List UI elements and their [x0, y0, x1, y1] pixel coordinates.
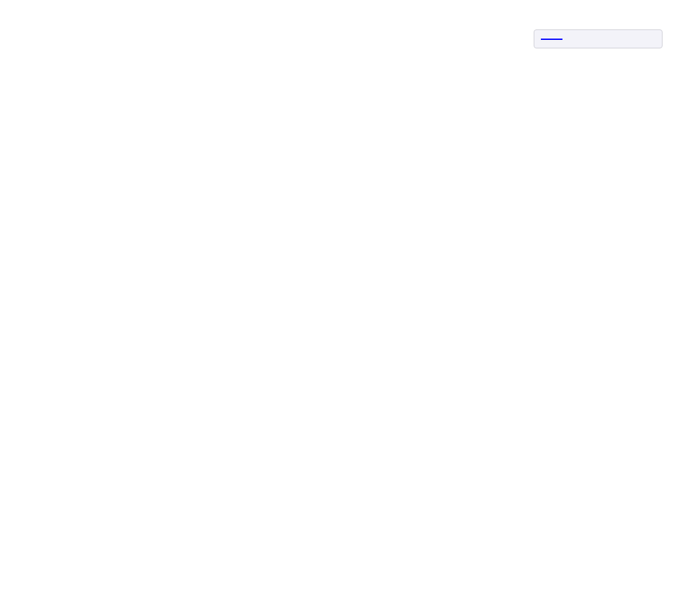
legend [534, 29, 663, 48]
chart-canvas [0, 0, 673, 616]
figure [0, 0, 673, 616]
legend-line-swatch [541, 39, 562, 40]
